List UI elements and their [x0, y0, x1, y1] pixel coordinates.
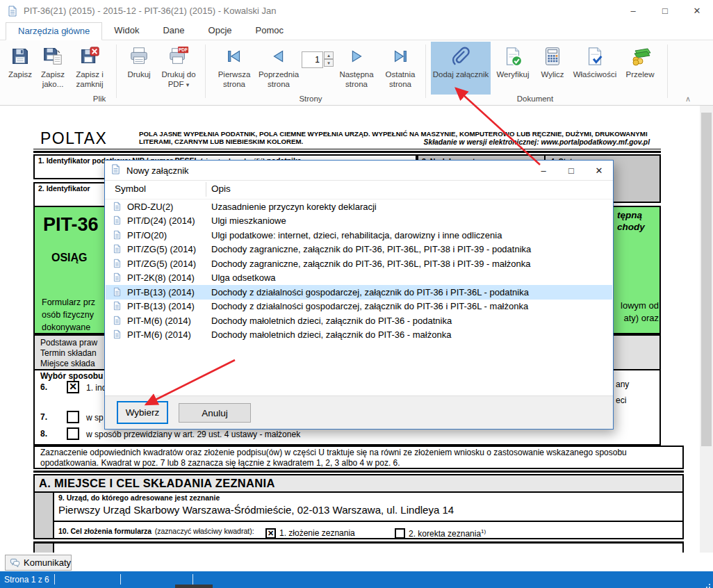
dialog-button-bar: Wybierz Anuluj — [105, 395, 613, 429]
field-9-label: 9. Urząd, do którego adresowane jest zez… — [58, 493, 678, 502]
resize-grip[interactable] — [709, 584, 710, 585]
form-checkbox-zlozenie[interactable] — [265, 528, 276, 539]
minimize-button[interactable]: – — [617, 0, 649, 22]
attachment-symbol: PIT/ZG(5) (2014) — [127, 244, 208, 254]
status-divider — [54, 574, 55, 585]
collapse-ribbon-icon[interactable]: ∧ — [685, 95, 691, 104]
dialog-title-bar: Nowy załącznik – □ ✕ — [105, 161, 613, 181]
document-icon — [113, 287, 122, 297]
attachment-symbol: PIT/ZG(5) (2014) — [127, 259, 208, 269]
attachment-symbol: ORD-ZU(2) — [127, 202, 208, 212]
form-field-10: 10. Cel złożenia formularza (zaznaczyć w… — [54, 523, 682, 538]
document-icon — [113, 301, 122, 311]
form-text-fragment: osób fizyczny — [42, 310, 94, 320]
next-page-button[interactable]: Następna strona — [334, 42, 379, 95]
form-row-number: 6. — [40, 382, 47, 392]
maximize-button[interactable]: □ — [649, 0, 681, 22]
first-page-button-label: Pierwsza strona — [213, 70, 256, 89]
form-section-a: A. MIEJSCE I CEL SKŁADANIA ZEZNANIA 9. U… — [33, 474, 684, 539]
vertical-scrollbar[interactable] — [700, 106, 713, 553]
messages-tab[interactable]: Komunikaty — [5, 555, 72, 571]
list-header: Symbol Opis — [105, 181, 613, 199]
dialog-close-button[interactable]: ✕ — [585, 161, 613, 180]
print-to-pdf-button[interactable]: PDF Drukuj do PDF ▾ — [156, 42, 202, 95]
print-icon — [129, 44, 149, 69]
tab-narzedzia-glowne[interactable]: Narzędzia główne — [6, 22, 102, 40]
ribbon: Zapisz Zapisz jako... Zapisz i zamknij D — [0, 40, 713, 106]
document-icon — [113, 272, 122, 283]
tab-widok[interactable]: Widok — [102, 22, 151, 40]
save-button[interactable]: Zapisz — [4, 42, 36, 95]
page-status: Strona 1 z 6 — [4, 571, 49, 588]
form-rule — [33, 149, 661, 153]
calculate-button[interactable]: Wylicz — [535, 42, 570, 95]
attachment-list-item[interactable]: PIT-M(6) (2014) Dochody małoletnich dzie… — [106, 313, 612, 328]
form-text-fragment: w sp — [86, 413, 104, 423]
previous-page-button[interactable]: Poprzednia strona — [256, 42, 302, 95]
select-button[interactable]: Wybierz — [117, 401, 168, 424]
attachment-list-item[interactable]: PIT/ZG(5) (2014) Dochody zagraniczne, za… — [106, 256, 612, 271]
status-bar: Strona 1 z 6 — [0, 571, 713, 588]
ribbon-tab-bar: Narzędzia główne Widok Dane Opcje Pomoc — [0, 22, 713, 40]
dialog-document-icon — [110, 164, 121, 177]
form-section-divider — [33, 471, 684, 473]
form-checkbox-korekta[interactable] — [395, 528, 405, 539]
verify-button[interactable]: Weryfikuj — [491, 42, 535, 95]
cancel-button[interactable]: Anuluj — [179, 403, 251, 423]
save-and-close-icon — [79, 44, 100, 69]
form-row-number: 7. — [40, 412, 47, 422]
calculator-icon — [542, 44, 563, 69]
page-spin-up-button[interactable]: ▴ — [324, 51, 334, 59]
form-checkbox-6[interactable] — [67, 381, 79, 393]
attachment-list-item[interactable]: PIT/D(24) (2014) Ulgi mieszkaniowe — [106, 214, 612, 229]
attachment-list-item[interactable]: PIT-B(13) (2014) Dochody z działalności … — [106, 285, 612, 300]
dialog-title: Nowy załącznik — [126, 165, 189, 176]
print-button[interactable]: Drukuj — [122, 42, 156, 95]
tab-opcje[interactable]: Opcje — [197, 22, 244, 40]
last-page-button-label: Ostatnia strona — [379, 70, 421, 89]
properties-button[interactable]: Właściwości — [570, 42, 620, 95]
next-page-button-label: Następna strona — [334, 70, 379, 89]
first-page-button[interactable]: Pierwsza strona — [213, 42, 256, 95]
form-checkbox-7[interactable] — [67, 411, 79, 423]
next-page-icon — [346, 44, 367, 69]
attachment-list-item[interactable]: PIT/O(20) Ulgi podatkowe: internet, dzie… — [106, 228, 612, 243]
save-as-button[interactable]: Zapisz jako... — [36, 42, 69, 95]
attachment-list-item[interactable]: PIT-2K(8) (2014) Ulga odsetkowa — [106, 271, 612, 286]
form-checkbox-8[interactable] — [67, 427, 79, 440]
attachment-list-item[interactable]: PIT-B(13) (2014) Dochody z działalności … — [106, 300, 612, 314]
attachment-list-item[interactable]: ORD-ZU(2) Uzasadnienie przyczyn korekty … — [106, 199, 612, 214]
document-icon — [113, 316, 122, 326]
messages-row: Komunikaty — [0, 553, 713, 571]
document-icon — [113, 202, 122, 212]
attachment-list-item[interactable]: PIT-M(6) (2014) Dochody małoletnich dzie… — [106, 328, 612, 343]
tab-pomoc[interactable]: Pomoc — [244, 22, 295, 40]
last-page-button[interactable]: Ostatnia strona — [379, 42, 421, 95]
document-icon — [113, 259, 122, 269]
page-number-input[interactable]: 1 — [302, 51, 323, 68]
save-and-close-button[interactable]: Zapisz i zamknij — [69, 42, 110, 95]
add-attachment-button[interactable]: Dodaj załącznik — [431, 42, 491, 95]
attachment-symbol: PIT-2K(8) (2014) — [127, 272, 208, 283]
close-button[interactable]: ✕ — [681, 0, 713, 22]
form-text-fragment: Miejsce składa — [40, 359, 95, 368]
column-divider[interactable] — [206, 182, 206, 197]
transfer-button[interactable]: Przelew — [620, 42, 660, 95]
attachment-list-item[interactable]: PIT/ZG(5) (2014) Dochody zagraniczne, za… — [106, 243, 612, 257]
column-symbol[interactable]: Symbol — [115, 183, 146, 194]
save-as-icon — [42, 44, 63, 69]
dialog-minimize-button[interactable]: – — [530, 161, 557, 180]
page-spin-down-button[interactable]: ▾ — [324, 59, 334, 67]
attachment-description: Dochody małoletnich dzieci, załącznik do… — [211, 329, 451, 340]
tab-dane[interactable]: Dane — [151, 22, 196, 40]
document-icon — [113, 244, 122, 254]
dialog-maximize-button[interactable]: □ — [557, 161, 585, 180]
field-9-value[interactable]: Pierwszy Urząd Skarbowy Warszawa-Śródmie… — [58, 504, 678, 516]
new-attachment-dialog: Nowy załącznik – □ ✕ Symbol Opis ORD-ZU(… — [104, 160, 614, 430]
option-2-label: 2. korekta zeznania — [409, 529, 481, 539]
scrollbar-thumb[interactable] — [701, 113, 712, 446]
svg-text:PDF: PDF — [179, 47, 188, 52]
properties-icon — [584, 44, 605, 69]
form-text-fragment: w sposób przewidziany w art. 29 ust. 4 u… — [86, 430, 300, 439]
column-opis[interactable]: Opis — [211, 183, 231, 194]
